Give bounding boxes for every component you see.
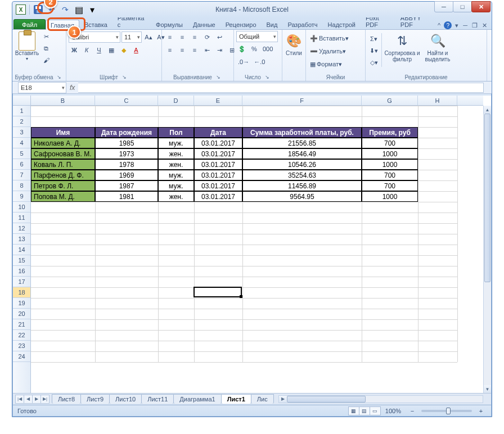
table-data-cell[interactable]: жен. <box>158 159 194 170</box>
table-header-cell[interactable]: Пол <box>158 127 194 138</box>
scroll-thumb[interactable] <box>484 114 490 282</box>
row-header-6[interactable]: 6 <box>13 159 30 170</box>
row-header-8[interactable]: 8 <box>13 180 30 191</box>
table-data-cell[interactable]: 11456.89 <box>242 180 362 191</box>
tab-вставка[interactable]: Вставка <box>79 19 112 29</box>
zoom-slider-thumb[interactable] <box>446 408 451 414</box>
align-top-button[interactable]: ≡ <box>164 31 176 43</box>
table-data-cell[interactable]: 03.01.2017 <box>194 148 242 159</box>
increase-indent-button[interactable]: ⇥ <box>214 44 225 56</box>
zoom-out-button[interactable]: − <box>407 405 418 417</box>
tab-данные[interactable]: Данные <box>188 19 220 29</box>
table-name-cell[interactable]: Коваль Л. П. <box>31 159 95 170</box>
sheet-tab-Лис[interactable]: Лис <box>251 394 274 404</box>
help-icon[interactable]: ? <box>444 21 452 29</box>
view-break-button[interactable]: ▭ <box>370 406 381 415</box>
font-launcher[interactable]: ↘ <box>120 74 128 80</box>
qat-extra-button[interactable]: ▤ <box>74 4 84 15</box>
sheet-tab-Лист8[interactable]: Лист8 <box>52 394 81 404</box>
table-name-cell[interactable]: Попова М. Д. <box>31 191 95 202</box>
border-button[interactable]: ▦ <box>106 44 117 56</box>
table-data-cell[interactable]: муж. <box>158 170 194 180</box>
sort-filter-button[interactable]: ⇅ Сортировка и фильтр <box>384 31 421 62</box>
table-data-cell[interactable]: 1981 <box>95 191 158 202</box>
bold-button[interactable]: Ж <box>69 44 80 56</box>
align-left-button[interactable]: ≡ <box>164 44 176 56</box>
scroll-up-button[interactable]: ▲ <box>484 106 491 114</box>
mdi-options-button[interactable]: ▾ <box>454 22 460 29</box>
mdi-minimize-button[interactable]: ─ <box>462 22 469 29</box>
formula-input[interactable] <box>78 83 484 93</box>
row-header-16[interactable]: 16 <box>13 266 30 277</box>
col-header-C[interactable]: C <box>95 96 158 105</box>
table-name-cell[interactable]: Парфенов Д. Ф. <box>31 170 95 180</box>
table-header-cell[interactable]: Дата <box>194 127 242 138</box>
tab-формулы[interactable]: Формулы <box>151 19 188 29</box>
qat-customize-button[interactable]: ▾ <box>87 4 97 15</box>
close-button[interactable]: ✕ <box>471 1 490 12</box>
grid[interactable]: ИмяДата рожденияПолДатаСумма заработной … <box>31 106 483 393</box>
paste-button[interactable]: Вставить ▾ <box>15 31 39 61</box>
table-name-cell[interactable]: Петров Ф. Л. <box>31 180 95 191</box>
align-right-button[interactable]: ≡ <box>189 44 200 56</box>
table-name-cell[interactable]: Николаев А. Д. <box>31 138 95 148</box>
sheet-tab-Лист11[interactable]: Лист11 <box>141 394 174 404</box>
row-header-18[interactable]: 18 <box>13 287 30 298</box>
format-cells-button[interactable]: ▦ Формат ▾ <box>308 58 344 70</box>
styles-button[interactable]: 🎨 Стили <box>285 31 303 56</box>
sheet-nav-first[interactable]: |◀ <box>15 395 24 404</box>
tab-file[interactable]: Файл <box>14 19 46 29</box>
row-header-2[interactable]: 2 <box>13 116 30 127</box>
horizontal-scrollbar[interactable]: ◀ ▶ <box>278 395 483 403</box>
sheet-tab-Лист1[interactable]: Лист1 <box>221 394 251 404</box>
hscroll-right-button[interactable]: ▶ <box>279 396 287 403</box>
table-header-cell[interactable]: Премия, руб <box>362 127 418 138</box>
tab-рецензиро[interactable]: Рецензиро <box>220 19 262 29</box>
find-select-button[interactable]: 🔍 Найти и выделить <box>421 31 454 62</box>
table-data-cell[interactable]: 1000 <box>362 191 418 202</box>
redo-button[interactable]: ↷ <box>60 4 70 15</box>
maximize-button[interactable]: □ <box>453 1 472 12</box>
sheet-nav-last[interactable]: ▶| <box>40 395 50 404</box>
wrap-text-button[interactable]: ↩ <box>214 31 225 43</box>
decrease-decimal-button[interactable]: ←.0 <box>252 56 267 67</box>
sheet-nav-prev[interactable]: ◀ <box>24 395 33 404</box>
number-launcher[interactable]: ↘ <box>263 74 271 80</box>
minimize-button[interactable]: ─ <box>434 1 453 12</box>
row-header-7[interactable]: 7 <box>13 170 30 180</box>
fill-color-button[interactable]: ◆ <box>118 44 129 56</box>
table-name-cell[interactable]: Сафроновав В. М. <box>31 148 95 159</box>
view-normal-button[interactable]: ▦ <box>348 406 359 415</box>
ribbon-minimize-button[interactable]: ^ <box>436 22 442 29</box>
currency-button[interactable]: 💲 <box>236 43 248 55</box>
font-size-combo[interactable]: 11 <box>122 31 142 43</box>
autosum-button[interactable]: Σ ▾ <box>368 33 380 44</box>
vertical-scrollbar[interactable]: ▲ ▼ <box>483 106 491 393</box>
table-data-cell[interactable]: муж. <box>158 180 194 191</box>
table-data-cell[interactable]: 1000 <box>362 148 418 159</box>
row-header-15[interactable]: 15 <box>13 255 30 266</box>
row-header-3[interactable]: 3 <box>13 127 30 138</box>
col-header-D[interactable]: D <box>158 96 194 105</box>
insert-cells-button[interactable]: ➕ Вставить ▾ <box>308 33 350 44</box>
table-data-cell[interactable]: 1000 <box>362 159 418 170</box>
table-data-cell[interactable]: жен. <box>158 191 194 202</box>
zoom-slider[interactable] <box>421 410 472 412</box>
italic-button[interactable]: К <box>81 44 92 56</box>
table-data-cell[interactable]: 03.01.2017 <box>194 170 242 180</box>
tab-надстрой[interactable]: Надстрой <box>323 19 361 29</box>
decrease-indent-button[interactable]: ⇤ <box>201 44 213 56</box>
col-header-E[interactable]: E <box>194 96 242 105</box>
sheet-tab-Лист9[interactable]: Лист9 <box>80 394 110 404</box>
row-header-23[interactable]: 23 <box>13 341 30 351</box>
table-data-cell[interactable]: 1973 <box>95 148 158 159</box>
alignment-launcher[interactable]: ↘ <box>214 74 222 80</box>
tab-вид[interactable]: Вид <box>262 19 283 29</box>
row-header-5[interactable]: 5 <box>13 148 30 159</box>
table-data-cell[interactable]: 1978 <box>95 159 158 170</box>
scroll-down-button[interactable]: ▼ <box>484 385 491 393</box>
table-data-cell[interactable]: 1987 <box>95 180 158 191</box>
delete-cells-button[interactable]: ➖ Удалить ▾ <box>308 46 348 57</box>
cut-button[interactable]: ✂ <box>40 31 52 42</box>
fx-icon[interactable]: fx <box>66 84 78 92</box>
